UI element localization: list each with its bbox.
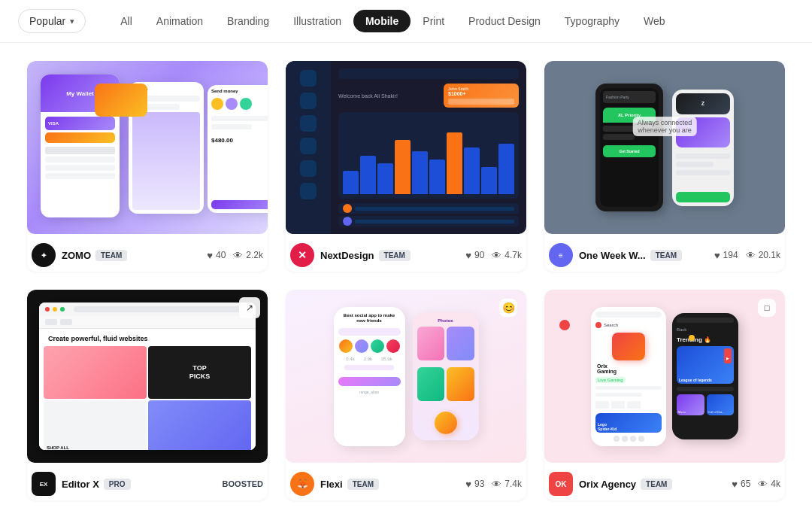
flexi-likes-count: 93 — [474, 479, 484, 489]
oneweek-views-count: 20.1k — [759, 250, 780, 260]
sort-dropdown[interactable]: Popular ▾ — [18, 9, 86, 33]
tab-typography[interactable]: Typography — [553, 10, 632, 32]
card-oneweek: Fashion Party XL Priority Get Started — [544, 61, 785, 272]
card-flexi-footer: 🦊 Flexi TEAM ♥ 93 👁 7.4k — [286, 463, 526, 500]
social-phone-2: Photos — [413, 312, 479, 440]
zomo-views: 👁 2.2k — [233, 250, 263, 261]
card-flexi: Best social app to makenew friends 0.4k2… — [286, 290, 526, 500]
tab-product-design[interactable]: Product Design — [456, 10, 553, 32]
eye-icon: 👁 — [492, 250, 501, 261]
heart-icon: ♥ — [465, 250, 471, 261]
tab-animation[interactable]: Animation — [144, 10, 215, 32]
tab-web[interactable]: Web — [632, 10, 677, 32]
flexi-author-info: Flexi TEAM — [320, 479, 459, 490]
flexi-stats: ♥ 93 👁 7.4k — [465, 479, 522, 490]
card-zomo: My Wallet VISA History — [27, 61, 268, 272]
card-editorx-footer: EX Editor X PRO BOOSTED — [27, 463, 268, 500]
gaming-phone-2: Back Trending 🔥 League of legends ▶ Mari… — [672, 313, 738, 439]
oneweek-likes-count: 194 — [723, 250, 738, 260]
zomo-author-info: ZOMO TEAM — [62, 250, 201, 261]
cards-grid: My Wallet VISA History — [0, 43, 812, 518]
card-editorx-image[interactable]: Create powerful, fluid websites TOP PICK… — [27, 290, 268, 463]
gaming-phone-1: Search OrixGaming Live Gaming LegoSpider… — [591, 307, 666, 446]
tab-illustration[interactable]: Illustration — [281, 10, 353, 32]
orix-views: 👁 4k — [758, 479, 780, 490]
card-oneweek-footer: ≡ One Week W... TEAM ♥ 194 👁 20.1k — [544, 234, 785, 272]
card-orix: Search OrixGaming Live Gaming LegoSpider… — [544, 290, 785, 500]
category-tabs: All Animation Branding Illustration Mobi… — [108, 10, 794, 32]
telecom-phone-2: Z — [672, 90, 734, 206]
card-flexi-image[interactable]: Best social app to makenew friends 0.4k2… — [286, 290, 526, 463]
zomo-badge: TEAM — [95, 250, 127, 261]
editorx-badge: PRO — [104, 479, 131, 490]
editorx-author-name: Editor X — [62, 479, 99, 490]
flexi-badge: TEAM — [347, 479, 379, 490]
top-navigation: Popular ▾ All Animation Branding Illustr… — [0, 0, 812, 43]
heart-icon: ♥ — [732, 479, 738, 490]
nextdesign-author-name: NextDesign — [320, 250, 374, 261]
eye-icon: 👁 — [492, 479, 501, 490]
orix-author-info: Orix Agency TEAM — [579, 479, 726, 490]
zomo-likes-count: 40 — [216, 250, 226, 260]
eye-icon: 👁 — [746, 250, 756, 261]
oneweek-avatar: ≡ — [549, 243, 573, 267]
orix-author-name: Orix Agency — [579, 479, 636, 490]
orix-badge: TEAM — [641, 479, 672, 490]
nextdesign-likes-count: 90 — [474, 250, 484, 260]
external-link-icon[interactable]: ↗ — [239, 297, 260, 318]
tab-print[interactable]: Print — [411, 10, 456, 32]
card-nextdesign-image[interactable]: Welcome back Ali Shakir! John Smith $100… — [286, 61, 526, 234]
chevron-down-icon: ▾ — [70, 17, 74, 26]
tab-mobile[interactable]: Mobile — [353, 10, 411, 32]
orix-views-count: 4k — [771, 479, 780, 489]
nextdesign-avatar: ✕ — [290, 243, 314, 267]
card-zomo-image[interactable]: My Wallet VISA History — [27, 61, 268, 234]
eye-icon: 👁 — [758, 479, 768, 490]
flexi-avatar: 🦊 — [290, 472, 314, 496]
zomo-likes: ♥ 40 — [207, 250, 226, 261]
card-oneweek-image[interactable]: Fashion Party XL Priority Get Started — [544, 61, 785, 234]
zomo-avatar: ✦ — [32, 243, 56, 267]
oneweek-author-name: One Week W... — [579, 250, 646, 261]
sort-label: Popular — [29, 15, 65, 27]
nextdesign-stats: ♥ 90 👁 4.7k — [465, 250, 522, 261]
card-zomo-footer: ✦ ZOMO TEAM ♥ 40 👁 2.2k — [27, 234, 268, 272]
orix-likes-count: 65 — [741, 479, 750, 489]
editor-browser: Create powerful, fluid websites TOP PICK… — [39, 303, 256, 450]
nextdesign-badge: TEAM — [379, 250, 411, 261]
card-nextdesign: Welcome back Ali Shakir! John Smith $100… — [286, 61, 526, 272]
zomo-views-count: 2.2k — [246, 250, 263, 260]
nextdesign-author-info: NextDesign TEAM — [320, 250, 459, 261]
card-editorx: Create powerful, fluid websites TOP PICK… — [27, 290, 268, 500]
heart-icon: ♥ — [714, 250, 720, 261]
heart-icon: ♥ — [465, 479, 471, 490]
oneweek-likes: ♥ 194 — [714, 250, 738, 261]
nextdesign-views-count: 4.7k — [504, 250, 522, 260]
oneweek-author-info: One Week W... TEAM — [579, 250, 708, 261]
oneweek-stats: ♥ 194 👁 20.1k — [714, 250, 780, 261]
tab-branding[interactable]: Branding — [215, 10, 281, 32]
eye-icon: 👁 — [233, 250, 243, 261]
social-phone-1: Best social app to makenew friends 0.4k2… — [334, 307, 405, 446]
nextdesign-likes: ♥ 90 — [465, 250, 484, 261]
heart-icon: ♥ — [207, 250, 213, 261]
flexi-views: 👁 7.4k — [492, 479, 522, 490]
flexi-author-name: Flexi — [320, 479, 343, 490]
editorx-author-info: Editor X PRO — [62, 479, 217, 490]
flexi-likes: ♥ 93 — [465, 479, 484, 490]
card-nextdesign-footer: ✕ NextDesign TEAM ♥ 90 👁 4.7k — [286, 234, 526, 272]
oneweek-views: 👁 20.1k — [746, 250, 780, 261]
zomo-author-name: ZOMO — [62, 250, 91, 261]
card-orix-footer: OK Orix Agency TEAM ♥ 65 👁 4k — [544, 463, 785, 500]
zomo-stats: ♥ 40 👁 2.2k — [207, 250, 263, 261]
tab-all[interactable]: All — [108, 10, 144, 32]
oneweek-badge: TEAM — [650, 250, 682, 261]
orix-likes: ♥ 65 — [732, 479, 750, 490]
orix-stats: ♥ 65 👁 4k — [732, 479, 780, 490]
flexi-views-count: 7.4k — [504, 479, 522, 489]
orix-avatar: OK — [549, 472, 573, 496]
nextdesign-views: 👁 4.7k — [492, 250, 522, 261]
card-orix-image[interactable]: Search OrixGaming Live Gaming LegoSpider… — [544, 290, 785, 463]
editorx-avatar: EX — [32, 472, 56, 496]
boosted-label: BOOSTED — [223, 479, 263, 488]
